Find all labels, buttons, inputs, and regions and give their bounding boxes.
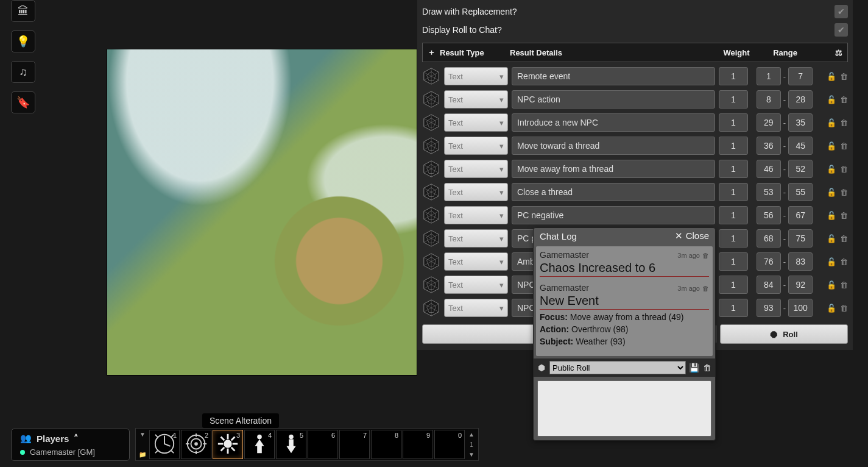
range-low-input[interactable] bbox=[757, 137, 781, 155]
chevron-down-icon[interactable]: ▼ bbox=[139, 431, 146, 438]
range-low-input[interactable] bbox=[757, 206, 781, 224]
weight-input[interactable] bbox=[719, 90, 748, 109]
trash-icon[interactable]: 🗑 bbox=[840, 165, 848, 174]
range-high-input[interactable] bbox=[788, 67, 813, 85]
d20-icon[interactable] bbox=[422, 160, 440, 178]
hotbar-slot-9[interactable]: 9 bbox=[403, 430, 433, 459]
chat-header[interactable]: Chat Log ✕ Close bbox=[534, 228, 715, 244]
d20-icon[interactable] bbox=[422, 299, 440, 317]
d20-icon[interactable]: ⬢ bbox=[536, 362, 547, 373]
lock-icon[interactable]: 🔓 bbox=[827, 165, 836, 174]
range-high-input[interactable] bbox=[788, 90, 813, 109]
result-type-select[interactable]: Text▾ bbox=[444, 183, 508, 201]
range-high-input[interactable] bbox=[788, 183, 813, 201]
trash-icon[interactable]: 🗑 bbox=[840, 141, 848, 151]
hotbar-slot-2[interactable]: 2 bbox=[181, 430, 211, 459]
range-low-input[interactable] bbox=[757, 67, 781, 85]
d20-icon[interactable] bbox=[422, 137, 440, 155]
range-low-input[interactable] bbox=[757, 160, 781, 178]
result-type-select[interactable]: Text▾ bbox=[444, 113, 508, 132]
range-low-input[interactable] bbox=[757, 183, 781, 201]
hotbar-slot-4[interactable]: 4 bbox=[244, 430, 275, 459]
lock-icon[interactable]: 🔓 bbox=[827, 304, 836, 313]
weight-input[interactable] bbox=[719, 160, 748, 178]
result-details-input[interactable] bbox=[512, 113, 715, 132]
range-high-input[interactable] bbox=[788, 229, 813, 248]
result-type-select[interactable]: Text▾ bbox=[444, 299, 508, 317]
trash-icon[interactable]: 🗑 bbox=[702, 285, 709, 292]
result-details-input[interactable] bbox=[512, 206, 715, 224]
range-low-input[interactable] bbox=[757, 252, 781, 271]
result-details-input[interactable] bbox=[512, 137, 715, 155]
player-row[interactable]: Gamemaster [GM] bbox=[20, 447, 121, 457]
result-type-select[interactable]: Text▾ bbox=[444, 137, 508, 155]
range-high-input[interactable] bbox=[788, 276, 813, 294]
range-low-input[interactable] bbox=[757, 229, 781, 248]
weight-input[interactable] bbox=[719, 113, 748, 132]
weight-input[interactable] bbox=[719, 229, 748, 248]
players-header[interactable]: 👥 Players ˄ bbox=[20, 433, 121, 444]
d20-icon[interactable] bbox=[422, 206, 440, 224]
balance-icon[interactable]: ⚖ bbox=[816, 48, 842, 57]
d20-icon[interactable] bbox=[422, 90, 440, 109]
chat-close[interactable]: ✕ Close bbox=[675, 230, 709, 241]
trash-icon[interactable]: 🗑 bbox=[840, 234, 848, 243]
result-type-select[interactable]: Text▾ bbox=[444, 90, 508, 109]
range-high-input[interactable] bbox=[788, 206, 813, 224]
hotbar-slot-5[interactable]: 5 bbox=[276, 430, 306, 459]
result-details-input[interactable] bbox=[512, 183, 715, 201]
hotbar-slot-7[interactable]: 7 bbox=[339, 430, 370, 459]
trash-icon[interactable]: 🗑 bbox=[840, 95, 848, 104]
lock-icon[interactable]: 🔓 bbox=[827, 72, 836, 81]
opt-display-check[interactable]: ✔ bbox=[834, 23, 848, 37]
bookmark-icon[interactable]: 🔖 bbox=[11, 91, 35, 113]
d20-icon[interactable] bbox=[422, 276, 440, 294]
page-down-icon[interactable]: ▼ bbox=[468, 451, 475, 458]
roll-mode-select[interactable]: Public Roll bbox=[549, 361, 686, 374]
d20-icon[interactable] bbox=[422, 113, 440, 132]
scene-map[interactable] bbox=[107, 49, 417, 376]
range-low-input[interactable] bbox=[757, 113, 781, 132]
result-type-select[interactable]: Text▾ bbox=[444, 160, 508, 178]
lock-icon[interactable]: 🔓 bbox=[827, 141, 836, 151]
trash-icon[interactable]: 🗑 bbox=[840, 257, 848, 266]
trash-icon[interactable]: 🗑 bbox=[840, 188, 848, 197]
hotbar-slot-6[interactable]: 6 bbox=[308, 430, 338, 459]
d20-icon[interactable] bbox=[422, 183, 440, 201]
weight-input[interactable] bbox=[719, 299, 748, 317]
weight-input[interactable] bbox=[719, 137, 748, 155]
trash-icon[interactable]: 🗑 bbox=[840, 211, 848, 220]
range-high-input[interactable] bbox=[788, 160, 813, 178]
range-low-input[interactable] bbox=[757, 90, 781, 109]
range-high-input[interactable] bbox=[788, 113, 813, 132]
weight-input[interactable] bbox=[719, 206, 748, 224]
trash-icon[interactable]: 🗑 bbox=[702, 252, 709, 259]
lock-icon[interactable]: 🔓 bbox=[827, 234, 836, 243]
hotbar-slot-0[interactable]: 0 bbox=[434, 430, 465, 459]
result-type-select[interactable]: Text▾ bbox=[444, 206, 508, 224]
lock-icon[interactable]: 🔓 bbox=[827, 188, 836, 197]
chat-log-window[interactable]: Chat Log ✕ Close Gamemaster3m ago🗑Chaos … bbox=[533, 227, 716, 441]
opt-replacement-check[interactable]: ✔ bbox=[834, 5, 848, 18]
weight-input[interactable] bbox=[719, 276, 748, 294]
roll-button[interactable]: ⯃ Roll bbox=[720, 324, 848, 344]
lock-icon[interactable]: 🔓 bbox=[827, 95, 836, 104]
range-high-input[interactable] bbox=[788, 299, 813, 317]
add-result-icon[interactable]: ＋ bbox=[428, 47, 440, 58]
result-details-input[interactable] bbox=[512, 90, 715, 109]
weight-input[interactable] bbox=[719, 67, 748, 85]
result-details-input[interactable] bbox=[512, 67, 715, 85]
result-type-select[interactable]: Text▾ bbox=[444, 252, 508, 271]
lock-icon[interactable]: 🔓 bbox=[827, 118, 836, 127]
result-details-input[interactable] bbox=[512, 160, 715, 178]
lock-icon[interactable]: 🔓 bbox=[827, 280, 836, 290]
result-type-select[interactable]: Text▾ bbox=[444, 229, 508, 248]
d20-icon[interactable] bbox=[422, 252, 440, 271]
range-high-input[interactable] bbox=[788, 137, 813, 155]
chat-input[interactable] bbox=[537, 380, 711, 437]
trash-icon[interactable]: 🗑 bbox=[840, 118, 848, 127]
d20-icon[interactable] bbox=[422, 229, 440, 248]
weight-input[interactable] bbox=[719, 183, 748, 201]
range-low-input[interactable] bbox=[757, 299, 781, 317]
result-type-select[interactable]: Text▾ bbox=[444, 276, 508, 294]
